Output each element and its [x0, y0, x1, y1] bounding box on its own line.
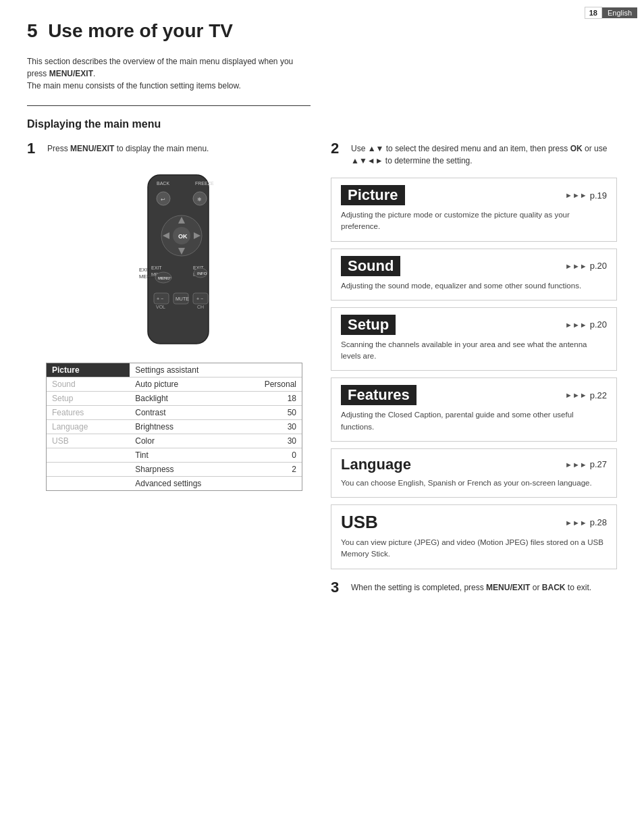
card-picture-title: Picture — [341, 185, 405, 205]
step2-text: Use ▲▼ to select the desired menu and an… — [351, 140, 617, 167]
remote-svg: BACK FREEZE ↩ ❄ OK — [111, 168, 246, 350]
svg-text:OK: OK — [178, 233, 188, 240]
step-2: 2 Use ▲▼ to select the desired menu and … — [331, 140, 617, 167]
step3-number: 3 — [331, 579, 344, 596]
main-content: 5 Use more of your TV This section descr… — [0, 0, 644, 623]
card-language-header: Language ►►► p.27 — [341, 456, 607, 473]
card-sound-title: Sound — [341, 256, 400, 276]
svg-text:CH: CH — [197, 305, 204, 309]
card-language: Language ►►► p.27 You can choose English… — [331, 448, 617, 498]
card-setup-page: ►►► p.20 — [565, 319, 607, 330]
menu-contrast: Contrast — [130, 406, 225, 420]
card-language-desc: You can choose English, Spanish or Frenc… — [341, 477, 607, 489]
menu-item-setup: Setup — [47, 392, 130, 406]
menu-settings-assistant: Settings assistant — [130, 363, 302, 377]
card-sound-header: Sound ►►► p.20 — [341, 256, 607, 276]
svg-text:INFO: INFO — [197, 271, 207, 276]
section-divider — [27, 105, 311, 106]
card-usb-desc: You can view picture (JPEG) and video (M… — [341, 537, 607, 561]
card-setup: Setup ►►► p.20 Scanning the channels ava… — [331, 307, 617, 371]
menu-color: Color — [130, 434, 225, 448]
menu-item-features: Features — [47, 406, 130, 420]
menu-tint-val: 0 — [225, 448, 302, 463]
page-language: English — [602, 7, 637, 18]
menu-table: Picture Settings assistant Sound Auto pi… — [46, 363, 302, 491]
card-usb-page: ►►► p.28 — [565, 517, 607, 527]
arrow-icon: ►►► — [565, 391, 587, 399]
card-usb-header: USB ►►► p.28 — [341, 512, 607, 533]
menu-auto-picture-val: Personal — [225, 377, 302, 392]
arrow-icon: ►►► — [565, 262, 587, 270]
chapter-title: 5 Use more of your TV — [27, 20, 617, 42]
step1-text: Press MENU/EXIT to display the main menu… — [47, 140, 209, 157]
menu-brightness: Brightness — [130, 420, 225, 434]
right-column: 2 Use ▲▼ to select the desired menu and … — [331, 140, 617, 596]
step-3: 3 When the setting is completed, press M… — [331, 579, 617, 596]
arrow-icon: ►►► — [565, 461, 587, 469]
card-language-page: ►►► p.27 — [565, 459, 607, 469]
menu-cards: Picture ►►► p.19 Adjusting the picture m… — [331, 178, 617, 569]
card-picture-desc: Adjusting the picture mode or customize … — [341, 209, 607, 233]
step1-number: 1 — [27, 140, 41, 157]
svg-text:+ −: + − — [196, 296, 203, 301]
menu-backlight: Backlight — [130, 392, 225, 406]
menu-contrast-val: 50 — [225, 406, 302, 420]
card-language-title: Language — [341, 456, 411, 473]
arrow-icon: ►►► — [565, 519, 587, 527]
menu-selected-item: Picture — [47, 363, 130, 377]
menu-advanced-settings: Advanced settings — [130, 477, 302, 491]
card-sound: Sound ►►► p.20 Adjusting the sound mode,… — [331, 249, 617, 301]
svg-text:MENU: MENU — [139, 273, 154, 280]
remote-container: BACK FREEZE ↩ ❄ OK — [46, 168, 311, 350]
svg-text:BACK: BACK — [157, 181, 169, 186]
svg-text:VOL: VOL — [156, 305, 165, 309]
chapter-title-text: Use more of your TV — [48, 20, 233, 41]
menu-auto-picture: Auto picture — [130, 377, 225, 392]
card-picture-header: Picture ►►► p.19 — [341, 185, 607, 205]
menu-tint: Tint — [130, 448, 225, 463]
two-col-layout: 1 Press MENU/EXIT to display the main me… — [27, 140, 617, 596]
card-features-page: ►►► p.22 — [565, 390, 607, 400]
svg-text:EXIT: EXIT — [139, 267, 151, 273]
card-features-desc: Adjusting the Closed Caption, parental g… — [341, 409, 607, 433]
step2-number: 2 — [331, 140, 344, 167]
menu-item-sound: Sound — [47, 377, 130, 392]
chapter-number: 5 — [27, 20, 38, 41]
arrow-icon: ►►► — [565, 321, 587, 329]
card-sound-page: ►►► p.20 — [565, 261, 607, 271]
menu-item-usb: USB — [47, 434, 130, 448]
card-features-title: Features — [341, 385, 417, 405]
page-number: 18 — [585, 7, 602, 19]
menu-backlight-val: 18 — [225, 392, 302, 406]
svg-text:MENU: MENU — [158, 276, 170, 280]
svg-text:EXIT: EXIT — [151, 265, 162, 270]
left-column: 1 Press MENU/EXIT to display the main me… — [27, 140, 311, 491]
svg-text:+ −: + − — [157, 296, 163, 301]
card-setup-title: Setup — [341, 315, 396, 335]
svg-text:MUTE: MUTE — [176, 296, 189, 301]
remote-image: BACK FREEZE ↩ ❄ OK — [111, 168, 246, 350]
menu-item-language: Language — [47, 420, 130, 434]
menu-sharpness: Sharpness — [130, 463, 225, 477]
card-setup-desc: Scanning the channels available in your … — [341, 339, 607, 363]
card-usb: USB ►►► p.28 You can view picture (JPEG)… — [331, 504, 617, 569]
menu-brightness-val: 30 — [225, 420, 302, 434]
step-1: 1 Press MENU/EXIT to display the main me… — [27, 140, 311, 157]
card-picture: Picture ►►► p.19 Adjusting the picture m… — [331, 178, 617, 242]
card-usb-title: USB — [341, 512, 378, 533]
intro-text: This section describes the overview of t… — [27, 55, 311, 92]
card-sound-desc: Adjusting the sound mode, equalizer and … — [341, 280, 607, 292]
menu-sharpness-val: 2 — [225, 463, 302, 477]
arrow-icon: ►►► — [565, 191, 587, 199]
card-picture-page: ►►► p.19 — [565, 190, 607, 201]
svg-text:↩: ↩ — [161, 197, 165, 203]
section-heading: Displaying the main menu — [27, 118, 617, 130]
card-features: Features ►►► p.22 Adjusting the Closed C… — [331, 377, 617, 442]
card-setup-header: Setup ►►► p.20 — [341, 315, 607, 335]
page-bar: 18 English — [585, 7, 637, 19]
menu-color-val: 30 — [225, 434, 302, 448]
svg-text:FREEZE: FREEZE — [195, 181, 214, 186]
card-features-header: Features ►►► p.22 — [341, 385, 607, 405]
step3-text: When the setting is completed, press MEN… — [351, 579, 591, 596]
svg-text:❄: ❄ — [197, 197, 202, 203]
